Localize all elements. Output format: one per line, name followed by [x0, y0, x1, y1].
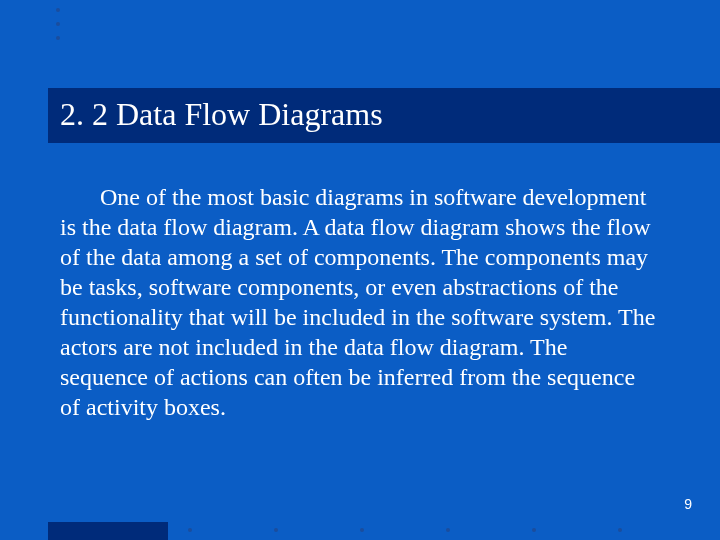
- title-bar: 2. 2 Data Flow Diagrams: [48, 88, 720, 143]
- dot-icon: [188, 528, 192, 532]
- dot-icon: [274, 528, 278, 532]
- dot-icon: [56, 8, 60, 12]
- dot-icon: [56, 36, 60, 40]
- body-content: One of the most basic diagrams in softwa…: [60, 184, 655, 420]
- decorative-bottom-bar: [48, 522, 168, 540]
- body-text: One of the most basic diagrams in softwa…: [60, 182, 660, 422]
- page-number: 9: [684, 496, 692, 512]
- dot-icon: [56, 22, 60, 26]
- dot-icon: [532, 528, 536, 532]
- slide-title: 2. 2 Data Flow Diagrams: [60, 96, 708, 133]
- dot-icon: [446, 528, 450, 532]
- dot-icon: [618, 528, 622, 532]
- decorative-bottom-dots: [188, 528, 622, 532]
- dot-icon: [360, 528, 364, 532]
- decorative-top-dots: [56, 8, 60, 40]
